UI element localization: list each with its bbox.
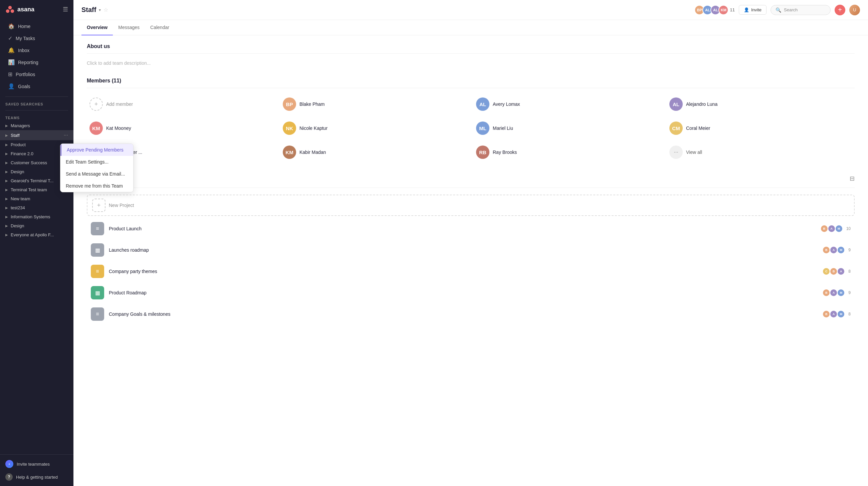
sidebar-item-reporting[interactable]: 📊 Reporting <box>3 56 71 68</box>
tab-messages[interactable]: Messages <box>113 20 145 35</box>
member-card-blake[interactable]: BP Blake Pham <box>280 95 468 114</box>
member-name: Avery Lomax <box>493 101 520 107</box>
search-placeholder: Search <box>784 7 798 12</box>
help-button[interactable]: ? Help & getting started <box>0 471 73 483</box>
sidebar-item-home[interactable]: 🏠 Home <box>3 20 71 32</box>
members-title: Members (11) <box>87 78 855 84</box>
context-menu-item-remove[interactable]: Remove me from this Team <box>60 180 133 192</box>
sidebar-item-test234[interactable]: ▶ test234 <box>0 203 73 212</box>
member-card-alejandro[interactable]: AL Alejandro Luna <box>667 95 855 114</box>
sidebar-item-inbox[interactable]: 🔔 Inbox <box>3 44 71 56</box>
search-bar[interactable]: 🔍 Search <box>771 5 831 15</box>
member-name: Mariel Liu <box>493 126 513 131</box>
sidebar-item-goals-label: Goals <box>18 84 30 89</box>
team-more-icon[interactable]: ··· <box>64 132 68 138</box>
sidebar-divider-2 <box>5 110 68 110</box>
invite-button-label: Invite <box>751 7 762 12</box>
avatar: M <box>837 289 845 297</box>
title-chevron-icon[interactable]: ▾ <box>99 8 101 12</box>
sidebar-navigation: 🏠 Home ✓ My Tasks 🔔 Inbox 📊 Reporting ⊞ … <box>0 19 73 94</box>
project-icon: ▦ <box>91 286 104 299</box>
chevron-icon: ▶ <box>5 215 8 219</box>
member-card-mariel[interactable]: ML Mariel Liu <box>473 119 661 137</box>
project-members: C B A 8 <box>822 267 850 276</box>
project-icon: ▦ <box>91 243 104 257</box>
asana-logo[interactable]: asana <box>5 5 34 14</box>
tab-calendar[interactable]: Calendar <box>145 20 175 35</box>
team-test234-label: test234 <box>11 205 25 210</box>
invite-teammates-button[interactable]: + Invite teammates <box>0 457 73 471</box>
about-description-placeholder[interactable]: Click to add team description... <box>87 60 855 66</box>
tab-overview[interactable]: Overview <box>82 20 113 35</box>
project-members: B A M 10 <box>820 225 850 233</box>
sidebar-item-home-label: Home <box>18 24 30 29</box>
chevron-icon: ▶ <box>5 179 8 183</box>
member-card-kat[interactable]: KM Kat Mooney <box>87 119 275 137</box>
avatar: AL <box>669 97 683 111</box>
avatar: CM <box>669 122 683 135</box>
member-card-avery[interactable]: AL Avery Lomax <box>473 95 661 114</box>
member-name: Alejandro Luna <box>686 101 717 107</box>
members-divider <box>87 88 855 88</box>
team-new-team-label: New team <box>11 196 30 201</box>
sidebar-item-my-tasks[interactable]: ✓ My Tasks <box>3 32 71 44</box>
new-project-button[interactable]: + New Project <box>87 195 855 216</box>
project-members: B A M 9 <box>822 246 850 254</box>
avatar: AL <box>476 97 489 111</box>
member-avatars-group[interactable]: BP AL AL KM 11 <box>694 5 735 15</box>
avatar: B <box>820 225 828 233</box>
project-row-company-party[interactable]: ≡ Company party themes C B A 8 <box>87 261 855 281</box>
projects-filter-icon[interactable]: ⊟ <box>850 175 855 182</box>
header-title-area: Staff ▾ ☆ <box>82 6 690 14</box>
about-divider <box>87 54 855 54</box>
member-name: Coral Meier <box>686 126 710 131</box>
inbox-icon: 🔔 <box>8 47 15 54</box>
member-card-coral[interactable]: CM Coral Meier <box>667 119 855 137</box>
context-menu-item-send-message[interactable]: Send a Message via Email... <box>60 168 133 180</box>
add-button[interactable]: + <box>835 5 845 15</box>
add-member-label: Add member <box>106 101 133 107</box>
user-avatar[interactable]: U <box>849 5 860 15</box>
member-card-ray[interactable]: RB Ray Brooks <box>473 143 661 162</box>
svg-point-1 <box>6 9 10 13</box>
avatar: B <box>822 246 830 254</box>
member-card-nicole[interactable]: NK Nicole Kaptur <box>280 119 468 137</box>
search-icon: 🔍 <box>776 7 781 13</box>
saved-searches-label: Saved searches <box>0 99 73 107</box>
chevron-icon: ▶ <box>5 161 8 165</box>
sidebar-bottom: + Invite teammates ? Help & getting star… <box>0 454 73 486</box>
member-card-kabir[interactable]: KM Kabir Madan <box>280 143 468 162</box>
project-row-product-roadmap[interactable]: ▦ Product Roadmap B A M 9 <box>87 283 855 303</box>
home-icon: 🏠 <box>8 23 15 29</box>
context-menu-item-edit-settings[interactable]: Edit Team Settings... <box>60 156 133 168</box>
sidebar-divider-1 <box>5 96 68 97</box>
team-product-label: Product <box>11 142 26 147</box>
project-row-launches-roadmap[interactable]: ▦ Launches roadmap B A M 9 <box>87 240 855 260</box>
view-all-card[interactable]: ··· View all <box>667 143 855 162</box>
sidebar-item-information-systems[interactable]: ▶ Information Systems <box>0 212 73 221</box>
avatar: NK <box>283 122 296 135</box>
project-row-product-launch[interactable]: ≡ Product Launch B A M 10 <box>87 219 855 239</box>
project-name: Launches roadmap <box>109 247 822 253</box>
chevron-icon: ▶ <box>5 124 8 128</box>
context-menu-item-approve[interactable]: Approve Pending Members <box>60 144 133 156</box>
sidebar-item-portfolios[interactable]: ⊞ Portfolios <box>3 68 71 80</box>
favorite-star-icon[interactable]: ☆ <box>103 7 108 13</box>
sidebar-item-design-2[interactable]: ▶ Design <box>0 221 73 230</box>
sidebar-item-staff[interactable]: ▶ Staff ··· <box>0 130 73 140</box>
context-menu: Approve Pending Members Edit Team Settin… <box>60 143 133 192</box>
sidebar-collapse-button[interactable]: ☰ <box>63 6 68 13</box>
member-name: Blake Pham <box>300 101 324 107</box>
team-info-systems-label: Information Systems <box>11 214 51 219</box>
invite-button[interactable]: 👤 Invite <box>739 5 767 15</box>
project-name: Product Roadmap <box>109 290 822 295</box>
sidebar-item-goals[interactable]: 👤 Goals <box>3 80 71 92</box>
invite-person-icon: 👤 <box>744 7 749 12</box>
sidebar-item-everyone-apollo[interactable]: ▶ Everyone at Apollo F... <box>0 230 73 239</box>
project-row-company-goals[interactable]: ≡ Company Goals & milestones B A M 8 <box>87 304 855 324</box>
sidebar-item-managers[interactable]: ▶ Managers <box>0 121 73 130</box>
avatar: RB <box>476 145 489 159</box>
sidebar-item-new-team[interactable]: ▶ New team <box>0 194 73 203</box>
avatar: B <box>822 310 830 318</box>
add-member-card[interactable]: + Add member <box>87 95 275 114</box>
